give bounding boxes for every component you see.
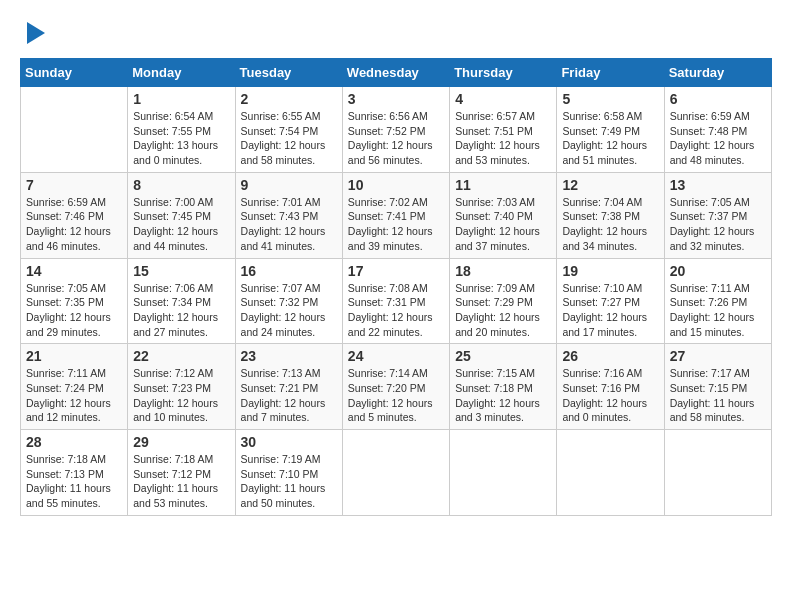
day-number: 11 <box>455 177 551 193</box>
day-number: 29 <box>133 434 229 450</box>
logo-arrow-icon <box>27 22 45 44</box>
day-info: Sunrise: 6:54 AM Sunset: 7:55 PM Dayligh… <box>133 109 229 168</box>
week-row-2: 7Sunrise: 6:59 AM Sunset: 7:46 PM Daylig… <box>21 172 772 258</box>
day-info: Sunrise: 6:59 AM Sunset: 7:46 PM Dayligh… <box>26 195 122 254</box>
calendar-cell: 12Sunrise: 7:04 AM Sunset: 7:38 PM Dayli… <box>557 172 664 258</box>
day-info: Sunrise: 7:11 AM Sunset: 7:24 PM Dayligh… <box>26 366 122 425</box>
page-header <box>20 20 772 48</box>
day-info: Sunrise: 6:59 AM Sunset: 7:48 PM Dayligh… <box>670 109 766 168</box>
calendar-cell: 27Sunrise: 7:17 AM Sunset: 7:15 PM Dayli… <box>664 344 771 430</box>
day-number: 23 <box>241 348 337 364</box>
calendar-cell: 10Sunrise: 7:02 AM Sunset: 7:41 PM Dayli… <box>342 172 449 258</box>
day-number: 5 <box>562 91 658 107</box>
calendar-body: 1Sunrise: 6:54 AM Sunset: 7:55 PM Daylig… <box>21 87 772 516</box>
day-number: 24 <box>348 348 444 364</box>
week-row-1: 1Sunrise: 6:54 AM Sunset: 7:55 PM Daylig… <box>21 87 772 173</box>
day-info: Sunrise: 7:15 AM Sunset: 7:18 PM Dayligh… <box>455 366 551 425</box>
calendar-header: SundayMondayTuesdayWednesdayThursdayFrid… <box>21 59 772 87</box>
day-number: 10 <box>348 177 444 193</box>
day-number: 2 <box>241 91 337 107</box>
day-info: Sunrise: 7:03 AM Sunset: 7:40 PM Dayligh… <box>455 195 551 254</box>
day-number: 28 <box>26 434 122 450</box>
calendar-cell: 25Sunrise: 7:15 AM Sunset: 7:18 PM Dayli… <box>450 344 557 430</box>
week-row-5: 28Sunrise: 7:18 AM Sunset: 7:13 PM Dayli… <box>21 430 772 516</box>
calendar-cell: 13Sunrise: 7:05 AM Sunset: 7:37 PM Dayli… <box>664 172 771 258</box>
day-number: 4 <box>455 91 551 107</box>
calendar-cell: 18Sunrise: 7:09 AM Sunset: 7:29 PM Dayli… <box>450 258 557 344</box>
svg-marker-0 <box>27 22 45 44</box>
week-row-4: 21Sunrise: 7:11 AM Sunset: 7:24 PM Dayli… <box>21 344 772 430</box>
day-info: Sunrise: 7:10 AM Sunset: 7:27 PM Dayligh… <box>562 281 658 340</box>
calendar-cell: 30Sunrise: 7:19 AM Sunset: 7:10 PM Dayli… <box>235 430 342 516</box>
day-info: Sunrise: 7:13 AM Sunset: 7:21 PM Dayligh… <box>241 366 337 425</box>
day-number: 9 <box>241 177 337 193</box>
day-info: Sunrise: 7:02 AM Sunset: 7:41 PM Dayligh… <box>348 195 444 254</box>
calendar-cell: 5Sunrise: 6:58 AM Sunset: 7:49 PM Daylig… <box>557 87 664 173</box>
header-row: SundayMondayTuesdayWednesdayThursdayFrid… <box>21 59 772 87</box>
calendar-cell: 8Sunrise: 7:00 AM Sunset: 7:45 PM Daylig… <box>128 172 235 258</box>
day-number: 30 <box>241 434 337 450</box>
calendar-cell: 1Sunrise: 6:54 AM Sunset: 7:55 PM Daylig… <box>128 87 235 173</box>
header-cell-tuesday: Tuesday <box>235 59 342 87</box>
day-number: 6 <box>670 91 766 107</box>
day-number: 26 <box>562 348 658 364</box>
day-info: Sunrise: 7:18 AM Sunset: 7:13 PM Dayligh… <box>26 452 122 511</box>
day-info: Sunrise: 7:04 AM Sunset: 7:38 PM Dayligh… <box>562 195 658 254</box>
header-cell-thursday: Thursday <box>450 59 557 87</box>
calendar-cell: 26Sunrise: 7:16 AM Sunset: 7:16 PM Dayli… <box>557 344 664 430</box>
day-number: 17 <box>348 263 444 279</box>
day-number: 19 <box>562 263 658 279</box>
day-info: Sunrise: 6:58 AM Sunset: 7:49 PM Dayligh… <box>562 109 658 168</box>
day-info: Sunrise: 6:55 AM Sunset: 7:54 PM Dayligh… <box>241 109 337 168</box>
calendar-cell <box>342 430 449 516</box>
day-info: Sunrise: 6:56 AM Sunset: 7:52 PM Dayligh… <box>348 109 444 168</box>
day-info: Sunrise: 7:05 AM Sunset: 7:37 PM Dayligh… <box>670 195 766 254</box>
calendar-cell: 20Sunrise: 7:11 AM Sunset: 7:26 PM Dayli… <box>664 258 771 344</box>
day-number: 21 <box>26 348 122 364</box>
calendar-cell <box>557 430 664 516</box>
calendar-cell: 9Sunrise: 7:01 AM Sunset: 7:43 PM Daylig… <box>235 172 342 258</box>
day-number: 27 <box>670 348 766 364</box>
header-cell-sunday: Sunday <box>21 59 128 87</box>
day-number: 8 <box>133 177 229 193</box>
day-number: 7 <box>26 177 122 193</box>
calendar-cell: 21Sunrise: 7:11 AM Sunset: 7:24 PM Dayli… <box>21 344 128 430</box>
day-info: Sunrise: 7:06 AM Sunset: 7:34 PM Dayligh… <box>133 281 229 340</box>
header-cell-friday: Friday <box>557 59 664 87</box>
calendar-cell: 6Sunrise: 6:59 AM Sunset: 7:48 PM Daylig… <box>664 87 771 173</box>
calendar-cell: 15Sunrise: 7:06 AM Sunset: 7:34 PM Dayli… <box>128 258 235 344</box>
calendar-cell <box>664 430 771 516</box>
day-number: 20 <box>670 263 766 279</box>
day-number: 3 <box>348 91 444 107</box>
calendar-cell: 22Sunrise: 7:12 AM Sunset: 7:23 PM Dayli… <box>128 344 235 430</box>
day-info: Sunrise: 7:14 AM Sunset: 7:20 PM Dayligh… <box>348 366 444 425</box>
day-number: 1 <box>133 91 229 107</box>
calendar-cell: 11Sunrise: 7:03 AM Sunset: 7:40 PM Dayli… <box>450 172 557 258</box>
logo <box>20 20 45 48</box>
day-info: Sunrise: 7:19 AM Sunset: 7:10 PM Dayligh… <box>241 452 337 511</box>
calendar-cell: 3Sunrise: 6:56 AM Sunset: 7:52 PM Daylig… <box>342 87 449 173</box>
day-info: Sunrise: 7:08 AM Sunset: 7:31 PM Dayligh… <box>348 281 444 340</box>
day-info: Sunrise: 6:57 AM Sunset: 7:51 PM Dayligh… <box>455 109 551 168</box>
calendar-cell: 2Sunrise: 6:55 AM Sunset: 7:54 PM Daylig… <box>235 87 342 173</box>
day-info: Sunrise: 7:09 AM Sunset: 7:29 PM Dayligh… <box>455 281 551 340</box>
header-cell-wednesday: Wednesday <box>342 59 449 87</box>
calendar-cell: 17Sunrise: 7:08 AM Sunset: 7:31 PM Dayli… <box>342 258 449 344</box>
day-info: Sunrise: 7:00 AM Sunset: 7:45 PM Dayligh… <box>133 195 229 254</box>
day-info: Sunrise: 7:01 AM Sunset: 7:43 PM Dayligh… <box>241 195 337 254</box>
calendar-cell: 16Sunrise: 7:07 AM Sunset: 7:32 PM Dayli… <box>235 258 342 344</box>
day-number: 15 <box>133 263 229 279</box>
calendar-cell: 14Sunrise: 7:05 AM Sunset: 7:35 PM Dayli… <box>21 258 128 344</box>
day-info: Sunrise: 7:18 AM Sunset: 7:12 PM Dayligh… <box>133 452 229 511</box>
calendar-cell: 24Sunrise: 7:14 AM Sunset: 7:20 PM Dayli… <box>342 344 449 430</box>
day-number: 13 <box>670 177 766 193</box>
day-info: Sunrise: 7:12 AM Sunset: 7:23 PM Dayligh… <box>133 366 229 425</box>
calendar-cell: 7Sunrise: 6:59 AM Sunset: 7:46 PM Daylig… <box>21 172 128 258</box>
week-row-3: 14Sunrise: 7:05 AM Sunset: 7:35 PM Dayli… <box>21 258 772 344</box>
calendar-cell: 28Sunrise: 7:18 AM Sunset: 7:13 PM Dayli… <box>21 430 128 516</box>
calendar-cell: 4Sunrise: 6:57 AM Sunset: 7:51 PM Daylig… <box>450 87 557 173</box>
day-number: 22 <box>133 348 229 364</box>
day-info: Sunrise: 7:11 AM Sunset: 7:26 PM Dayligh… <box>670 281 766 340</box>
day-info: Sunrise: 7:16 AM Sunset: 7:16 PM Dayligh… <box>562 366 658 425</box>
day-number: 18 <box>455 263 551 279</box>
